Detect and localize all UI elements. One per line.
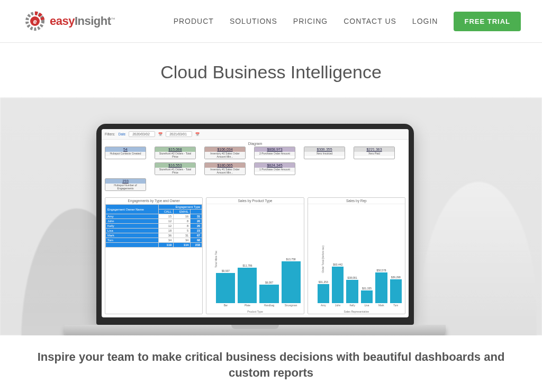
dashboard-screenshot: Filters: Date 2020/03/02 📅 2021/03/01 📅 … <box>102 129 409 317</box>
chart-bar: $60,442 John <box>332 263 344 306</box>
flow-diagram: 54Hubspot Contacts Created$15,068Storefr… <box>102 147 409 197</box>
svg-text:e: e <box>33 18 37 25</box>
panel-sales-by-rep: Sales by Rep Order Total (before tax) Sa… <box>308 197 405 314</box>
chart-bar: $21,335 Lisa <box>361 287 373 306</box>
panel-sales-by-product: Sales by Product Type Total Mine Tax Pro… <box>206 197 304 314</box>
diagram-node[interactable]: 233Hubspot Number of Engagements <box>105 178 146 191</box>
nav-login[interactable]: LOGIN <box>412 17 438 25</box>
chart-ylabel: Order Total (before tax) <box>321 245 324 273</box>
laptop-mockup: Filters: Date 2020/03/02 📅 2021/03/01 📅 … <box>96 124 446 335</box>
diagram-node[interactable]: $824,3451 Purchase Order Amount <box>254 162 295 175</box>
filter-date-to[interactable]: 2021/03/01 <box>166 131 192 137</box>
panel-sales-product-title: Sales by Product Type <box>206 198 303 204</box>
diagram-node[interactable]: $106,034Inventory #2 Sales Order Amount … <box>204 147 246 159</box>
sales-by-rep-chart: Order Total (before tax) Sales Represent… <box>308 204 405 314</box>
chart-bar: $11,786 Plate <box>238 264 257 306</box>
chart-xlabel: Sales Representative <box>308 310 405 313</box>
calendar-icon[interactable]: 📅 <box>158 132 162 136</box>
filter-bar: Filters: Date 2020/03/02 📅 2021/03/01 📅 <box>102 129 409 140</box>
diagram-node[interactable]: 54Hubspot Contacts Created <box>105 147 146 159</box>
hero-stage: Filters: Date 2020/03/02 📅 2021/03/01 📅 … <box>0 97 542 335</box>
chart-bar: $39,298 Tom <box>390 276 402 306</box>
panel-engagements: Engagements by Type and Owner Engagement… <box>105 197 203 314</box>
diagram-node[interactable]: $16,553Storefront #1 Orders - Total Pric… <box>155 162 196 175</box>
logo-icon: e <box>23 10 47 33</box>
filter-date-from[interactable]: 2020/03/02 <box>129 131 155 137</box>
calendar-icon[interactable]: 📅 <box>195 132 200 136</box>
nav-solutions[interactable]: SOLUTIONS <box>230 17 277 25</box>
panel-engagements-title: Engagements by Type and Owner <box>105 198 202 204</box>
diagram-node[interactable]: $221,363Xero Paid <box>354 147 395 159</box>
logo-text: easyInsight™ <box>50 14 115 28</box>
nav-contact[interactable]: CONTACT US <box>344 17 396 25</box>
chart-bar: $9,937 Bar <box>216 269 235 306</box>
chart-xlabel: Product Type <box>206 310 303 313</box>
diagram-title: Diagram <box>102 140 409 147</box>
hero-subheadline: Inspire your team to make critical busin… <box>0 335 542 380</box>
main-nav: PRODUCT SOLUTIONS PRICING CONTACT US LOG… <box>174 12 521 31</box>
filter-field: Date <box>119 132 126 136</box>
sales-by-product-chart: Total Mine Tax Product Type $9,937 Bar $… <box>206 204 303 314</box>
engagements-table: Engagement Owner NameEngagement TypeCALL… <box>105 204 202 248</box>
filters-label: Filters: <box>105 132 115 136</box>
nav-pricing[interactable]: PRICING <box>293 17 328 25</box>
hero-title: Cloud Business Intelligence <box>0 43 542 97</box>
chart-bar: $50,578 Mark <box>375 269 387 306</box>
site-logo[interactable]: e easyInsight™ <box>23 10 115 33</box>
free-trial-button[interactable]: FREE TRIAL <box>454 12 521 31</box>
diagram-node[interactable]: $180,065Inventory #1 Sales Order Amount … <box>204 162 246 175</box>
diagram-node[interactable]: $808,9732 Purchase Order Amount <box>254 147 295 159</box>
chart-bar: $13,758 Strongman <box>282 258 301 306</box>
chart-bar: $31,253 Amy <box>318 280 329 306</box>
panel-sales-rep-title: Sales by Rep <box>308 198 405 204</box>
diagram-node[interactable]: $15,068Storefront #2 Orders - Total Pric… <box>155 147 196 159</box>
chart-bar: $38,081 Kelly <box>346 276 358 306</box>
chart-ylabel: Total Mine Tax <box>214 251 218 268</box>
site-header: e easyInsight™ PRODUCT SOLUTIONS PRICING… <box>0 0 542 43</box>
chart-bar: $6,087 Handbag <box>259 281 278 306</box>
nav-product[interactable]: PRODUCT <box>174 17 214 25</box>
diagram-node[interactable]: $306,355Xero Invoiced <box>304 147 345 159</box>
